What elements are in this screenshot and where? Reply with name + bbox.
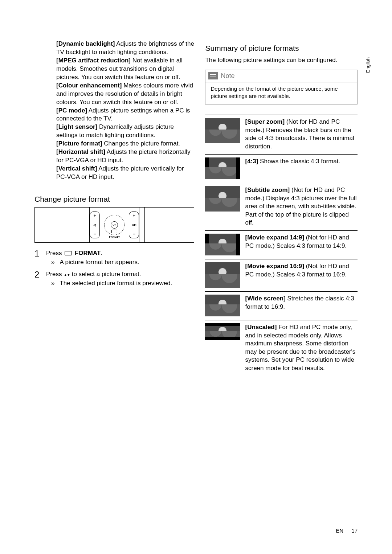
format-description: [Super zoom] (Not for HD and PC mode.) R… <box>245 118 358 151</box>
row-divider <box>205 154 358 155</box>
setting-item: [PC mode] Adjusts picture settings when … <box>56 107 194 123</box>
format-description: [Movie expand 16:9] (Not for HD and PC m… <box>245 262 358 288</box>
setting-item: [Horizontal shift] Adjusts the picture h… <box>56 148 194 165</box>
ok-button-icon: OK <box>111 221 118 229</box>
format-row: [Subtitle zoom] (Not for HD and PC mode.… <box>205 185 358 228</box>
format-thumbnail <box>205 323 240 340</box>
format-thumbnail <box>205 118 240 143</box>
right-column: Summary of picture formats The following… <box>205 40 358 374</box>
volume-rocker-icon: + − <box>90 212 100 238</box>
format-thumbnail <box>205 262 240 288</box>
remote-illustration: + − OK FORMAT + CH − <box>34 207 194 243</box>
format-label: [Super zoom] <box>245 118 285 125</box>
mute-icon <box>94 223 96 227</box>
format-row: [Movie expand 16:9] (Not for HD and PC m… <box>205 262 358 289</box>
setting-item: [Dynamic backlight] Adjusts the brightne… <box>56 40 194 57</box>
format-key-icon <box>65 251 72 255</box>
left-column: [Dynamic backlight] Adjusts the brightne… <box>34 40 194 374</box>
format-row: [Super zoom] (Not for HD and PC mode.) R… <box>205 117 358 152</box>
footer-page-number: 17 <box>351 528 358 534</box>
setting-item: [Light sensor] Dynamically adjusts pictu… <box>56 123 194 140</box>
setting-label: [Colour enhancement] <box>56 82 122 89</box>
footer-lang: EN <box>336 528 343 534</box>
change-picture-format-heading: Change picture format <box>34 195 194 204</box>
row-divider <box>205 115 358 115</box>
row-divider <box>205 259 358 259</box>
setting-label: [MPEG artifact reduction] <box>56 57 131 64</box>
setting-label: [Dynamic backlight] <box>56 40 115 47</box>
step-number: 1 <box>34 249 41 267</box>
setting-item: [Colour enhancement] Makes colours more … <box>56 82 194 107</box>
setting-label: [PC mode] <box>56 107 87 114</box>
row-divider <box>205 320 358 320</box>
setting-label: [Horizontal shift] <box>56 148 105 155</box>
result-arrow-icon <box>51 258 56 267</box>
setting-label: [Light sensor] <box>56 123 97 130</box>
step-item: 2 Press to select a picture format. The … <box>34 270 194 288</box>
format-label: [Wide screen] <box>245 295 285 302</box>
picture-format-table: [Super zoom] (Not for HD and PC mode.) R… <box>205 115 358 374</box>
format-description: [Unscaled] For HD and PC mode only, and … <box>245 323 358 372</box>
format-label: [Movie expand 16:9] <box>245 263 304 270</box>
result-arrow-icon <box>51 279 56 288</box>
format-description: [Wide screen] Stretches the classic 4:3 … <box>245 295 358 316</box>
setting-label: [Picture format] <box>56 140 102 147</box>
format-description: [4:3] Shows the classic 4:3 format. <box>245 157 358 179</box>
note-box: Note Depending on the format of the pict… <box>205 70 358 105</box>
format-row: [Unscaled] For HD and PC mode only, and … <box>205 323 358 374</box>
format-description: [Subtitle zoom] (Not for HD and PC mode.… <box>245 186 358 227</box>
section-divider <box>205 40 358 40</box>
format-description: [Movie expand 14:9] (Not for HD and PC m… <box>245 234 358 255</box>
format-label: [Unscaled] <box>245 324 277 331</box>
summary-intro: The following picture settings can be co… <box>205 56 358 65</box>
setting-item: [MPEG artifact reduction] Not available … <box>56 57 194 82</box>
format-label: [4:3] <box>245 158 258 165</box>
steps-list: 1 Press FORMAT. A picture format bar app… <box>34 249 194 288</box>
dpad-icon: OK FORMAT <box>104 215 124 235</box>
setting-label: [Vertical shift] <box>56 165 97 172</box>
format-thumbnail <box>205 295 240 316</box>
channel-rocker-icon: + CH − <box>129 212 139 238</box>
step-item: 1 Press FORMAT. A picture format bar app… <box>34 249 194 267</box>
note-body: Depending on the format of the picture s… <box>205 82 357 104</box>
setting-item: [Vertical shift] Adjusts the picture ver… <box>56 165 194 181</box>
format-label: [Movie expand 14:9] <box>245 234 304 241</box>
up-down-arrows-icon <box>64 271 70 278</box>
setting-description: Changes the picture format. <box>102 140 180 147</box>
language-tab: English <box>365 57 371 73</box>
section-divider <box>34 191 194 191</box>
format-thumbnail <box>205 186 240 212</box>
row-divider <box>205 230 358 231</box>
note-icon <box>208 72 218 79</box>
settings-list: [Dynamic backlight] Adjusts the brightne… <box>34 40 194 181</box>
summary-heading: Summary of picture formats <box>205 44 358 53</box>
format-thumbnail <box>205 234 240 255</box>
format-row: [Movie expand 14:9] (Not for HD and PC m… <box>205 233 358 257</box>
note-title: Note <box>221 72 234 80</box>
page-footer: EN 17 <box>336 528 358 534</box>
format-row: [Wide screen] Stretches the classic 4:3 … <box>205 294 358 318</box>
row-divider <box>205 183 358 183</box>
setting-item: [Picture format] Changes the picture for… <box>56 140 194 148</box>
format-thumbnail <box>205 157 240 179</box>
format-row: [4:3] Shows the classic 4:3 format. <box>205 157 358 181</box>
step-number: 2 <box>34 270 41 288</box>
row-divider <box>205 291 358 292</box>
format-button-icon <box>111 230 117 233</box>
format-label: [Subtitle zoom] <box>245 186 290 193</box>
